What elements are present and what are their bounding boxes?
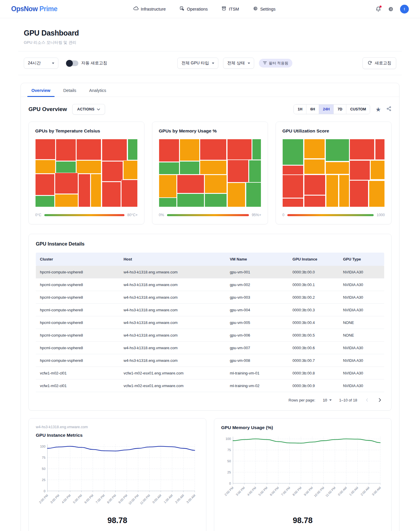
treemap-tile[interactable] [78,174,90,207]
treemap-tile[interactable] [35,160,55,174]
treemap-tile[interactable] [55,194,78,207]
treemap-tile[interactable] [375,139,385,160]
treemap-tile[interactable] [180,139,200,161]
range-6h[interactable]: 6H [306,105,319,114]
treemap-tile[interactable] [350,180,368,207]
settings-button[interactable] [388,6,394,12]
filter-applied-chip[interactable]: 필터 적용됨 [259,59,292,68]
treemap-utilization[interactable] [282,139,385,207]
column-header-host[interactable]: Host [119,253,226,266]
tab-details[interactable]: Details [58,83,82,97]
treemap-tile[interactable] [177,175,204,194]
treemap-tile[interactable] [304,139,325,159]
treemap-tile[interactable] [102,161,123,182]
nav-item-settings[interactable]: Settings [252,6,275,12]
tab-analytics[interactable]: Analytics [84,83,112,97]
treemap-tile[interactable] [35,174,55,195]
treemap-tile[interactable] [180,161,200,174]
column-header-vm-name[interactable]: VM Name [226,253,289,266]
next-page-button[interactable] [377,397,382,403]
treemap-temperature[interactable] [35,139,138,207]
nav-item-infrastructure[interactable]: Infrastructure [133,6,166,12]
table-row[interactable]: hpcml-compute-vsphere8w4-hs3-k1318.eng.v… [36,316,384,329]
treemap-tile[interactable] [128,139,138,160]
treemap-tile[interactable] [369,181,385,207]
treemap-tile[interactable] [227,139,252,160]
range-1h[interactable]: 1H [294,105,306,114]
treemap-tile[interactable] [282,139,303,165]
tab-overview[interactable]: Overview [26,83,56,97]
favorite-star-icon[interactable]: ★ [375,106,381,112]
treemap-tile[interactable] [350,139,375,160]
treemap-tile[interactable] [227,160,249,182]
table-row[interactable]: hpcml-compute-vsphere8w4-hs3-k1318.eng.v… [36,354,384,367]
treemap-tile[interactable] [159,198,177,207]
time-range-select[interactable]: 24시간 [24,58,58,69]
table-row[interactable]: hpcml-compute-vsphere8w4-hs3-k1318.eng.v… [36,266,384,278]
column-header-cluster[interactable]: Cluster [36,253,119,266]
treemap-tile[interactable] [282,175,303,198]
gpu-memory-usage-chart[interactable]: 2:00 PM3:00 PM4:00 PM5:00 PM6:00 PM7:00 … [221,433,384,505]
column-header-gpu-type[interactable]: GPU Type [339,253,384,266]
nav-item-itsm[interactable]: ITSM [221,6,239,12]
treemap-tile[interactable] [205,175,227,194]
treemap-tile[interactable] [56,139,76,161]
treemap-tile[interactable] [227,183,245,207]
user-avatar[interactable]: t [400,5,409,14]
share-icon[interactable] [386,106,392,112]
previous-page-button[interactable] [365,398,370,402]
gpu-type-select[interactable]: 전체 GPU 타입 [177,58,218,69]
treemap-tile[interactable] [205,194,227,207]
treemap-tile[interactable] [102,139,127,161]
treemap-tile[interactable] [200,139,227,160]
treemap-tile[interactable] [249,160,261,182]
table-row[interactable]: hpcml-compute-vsphere8w4-hs3-k1318.eng.v… [36,291,384,304]
treemap-tile[interactable] [102,182,121,207]
table-row[interactable]: hpcml-compute-vsphere8w4-hs3-k1318.eng.v… [36,278,384,291]
treemap-tile[interactable] [282,198,303,207]
treemap-tile[interactable] [121,180,138,207]
table-row[interactable]: hpcml-compute-vsphere8w4-hs3-k1318.eng.v… [36,329,384,342]
treemap-tile[interactable] [91,174,101,207]
auto-refresh-toggle[interactable] [66,61,78,66]
table-row[interactable]: vcfw1-m02-cl01vcfw1-m02-esx01.eng.vmware… [36,379,384,392]
treemap-tile[interactable] [55,173,78,194]
range-custom[interactable]: CUSTOM [346,105,370,114]
treemap-tile[interactable] [325,162,349,174]
treemap-tile[interactable] [177,194,204,207]
treemap-tile[interactable] [76,160,101,174]
refresh-button[interactable]: 새로고침 [362,57,396,69]
treemap-tile[interactable] [370,160,385,179]
range-24h[interactable]: 24H [319,105,333,114]
table-row[interactable]: hpcml-compute-vsphere8w4-hs3-k1318.eng.v… [36,342,384,354]
notifications-button[interactable] [375,6,381,12]
treemap-tile[interactable] [35,196,55,207]
rows-per-page-select[interactable]: 10 [323,398,331,402]
treemap-tile[interactable] [304,175,325,195]
column-header-gpu-instance[interactable]: GPU Instance [289,253,339,266]
treemap-tile[interactable] [326,175,338,207]
treemap-tile[interactable] [159,162,179,174]
treemap-tile[interactable] [325,139,349,161]
treemap-tile[interactable] [339,175,349,207]
treemap-tile[interactable] [304,195,325,207]
treemap-tile[interactable] [282,165,303,174]
treemap-tile[interactable] [76,139,101,160]
treemap-memory[interactable] [159,139,261,207]
treemap-tile[interactable] [252,139,261,160]
treemap-tile[interactable] [159,175,177,198]
actions-button[interactable]: ACTIONS [72,104,105,115]
treemap-tile[interactable] [35,139,55,159]
range-7d[interactable]: 7D [333,105,346,114]
table-row[interactable]: hpcml-compute-vsphere8w4-hs3-k1318.eng.v… [36,304,384,316]
treemap-tile[interactable] [56,161,76,174]
treemap-tile[interactable] [304,159,325,174]
status-select[interactable]: 전체 상태 [223,58,254,69]
treemap-tile[interactable] [350,160,370,180]
treemap-tile[interactable] [123,160,138,180]
treemap-tile[interactable] [200,160,227,174]
treemap-tile[interactable] [246,182,261,207]
table-row[interactable]: vcfw1-m02-cl01vcfw1-m02-esx01.eng.vmware… [36,367,384,379]
gpu-instance-metrics-chart[interactable]: 2:00 PM3:00 PM4:00 PM5:00 PM6:00 PM7:00 … [36,441,199,513]
nav-item-operations[interactable]: Operations [179,6,208,12]
